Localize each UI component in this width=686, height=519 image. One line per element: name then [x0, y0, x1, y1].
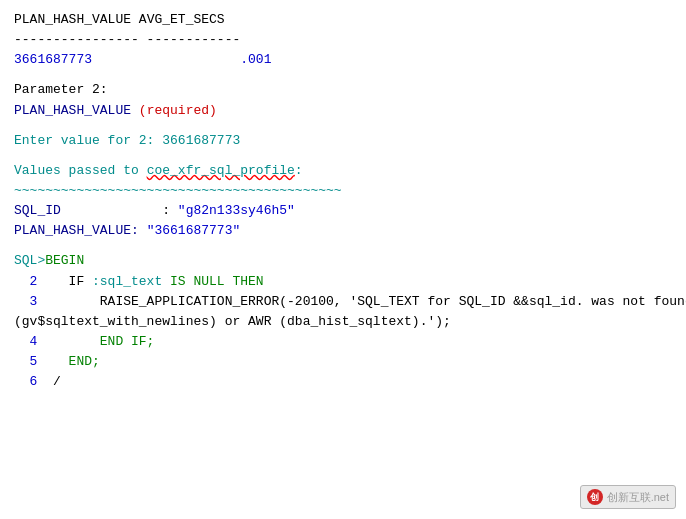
terminal-output: PLAN_HASH_VALUE AVG_ET_SECS ------------…	[14, 10, 672, 392]
watermark: 创 创新互联.net	[580, 485, 676, 509]
data-row: 3661687773 .001	[14, 50, 672, 70]
line3-num: 3	[14, 294, 37, 309]
line3-continuation: (gv$sqltext_with_newlines) or AWR (dba_h…	[14, 314, 451, 329]
tilde-line: ~~~~~~~~~~~~~~~~~~~~~~~~~~~~~~~~~~~~~~~~…	[14, 183, 342, 198]
plan-hash-key: PLAN_HASH_VALUE:	[14, 223, 147, 238]
profile-name: coe_xfr_sql_profile	[147, 163, 295, 178]
line5-end: END;	[37, 354, 99, 369]
code-line3-cont: (gv$sqltext_with_newlines) or AWR (dba_h…	[14, 312, 672, 332]
sql-id-row: SQL_ID : "g82n133sy46h5"	[14, 201, 672, 221]
begin-keyword: BEGIN	[45, 253, 84, 268]
code-line2: 2 IF :sql_text IS NULL THEN	[14, 272, 672, 292]
sql-prompt: SQL>	[14, 253, 45, 268]
line2-is-null: IS NULL THEN	[162, 274, 263, 289]
param-name: PLAN_HASH_VALUE	[14, 103, 131, 118]
plan-hash-val: "3661687773"	[147, 223, 241, 238]
enter-value: Enter value for 2: 3661687773	[14, 133, 240, 148]
tilde-row: ~~~~~~~~~~~~~~~~~~~~~~~~~~~~~~~~~~~~~~~~…	[14, 181, 672, 201]
param-required: (required)	[139, 103, 217, 118]
col2-header: AVG_ET_SECS	[139, 12, 225, 27]
param-label-row: Parameter 2:	[14, 80, 672, 100]
param-label: Parameter 2:	[14, 82, 108, 97]
sql-id-spaces: :	[61, 203, 178, 218]
separator: ---------------- ------------	[14, 32, 240, 47]
code-line4: 4 END IF;	[14, 332, 672, 352]
separator-row: ---------------- ------------	[14, 30, 672, 50]
avg-et-data: .001	[240, 52, 271, 67]
line2-if: IF	[37, 274, 92, 289]
line6-num: 6	[14, 374, 37, 389]
sql-id-value: "g82n133sy46h5"	[178, 203, 295, 218]
line2-var: :sql_text	[92, 274, 162, 289]
watermark-box: 创 创新互联.net	[580, 485, 676, 509]
code-line5: 5 END;	[14, 352, 672, 372]
plan-hash-data: 3661687773	[14, 52, 92, 67]
watermark-icon: 创	[587, 489, 603, 505]
line4-end-if: END IF;	[37, 334, 154, 349]
col1-header: PLAN_HASH_VALUE	[14, 12, 131, 27]
line5-num: 5	[14, 354, 37, 369]
watermark-text: 创新互联.net	[607, 490, 669, 505]
values-passed-label: Values passed to	[14, 163, 147, 178]
values-passed-row: Values passed to coe_xfr_sql_profile:	[14, 161, 672, 181]
line2-num: 2	[14, 274, 37, 289]
line3-args: (-20100, 'SQL_TEXT for SQL_ID &&sql_id. …	[279, 294, 686, 309]
code-line3: 3 RAISE_APPLICATION_ERROR(-20100, 'SQL_T…	[14, 292, 672, 312]
plan-hash-row: PLAN_HASH_VALUE: "3661687773"	[14, 221, 672, 241]
header-row: PLAN_HASH_VALUE AVG_ET_SECS	[14, 10, 672, 30]
sql-begin-row: SQL>BEGIN	[14, 251, 672, 271]
enter-value-row: Enter value for 2: 3661687773	[14, 131, 672, 151]
profile-suffix: :	[295, 163, 303, 178]
line4-num: 4	[14, 334, 37, 349]
param-name-row: PLAN_HASH_VALUE (required)	[14, 101, 672, 121]
line3-raise: RAISE_APPLICATION_ERROR	[37, 294, 279, 309]
sql-id-label: SQL_ID	[14, 203, 61, 218]
line6-slash: /	[37, 374, 60, 389]
code-line6: 6 /	[14, 372, 672, 392]
